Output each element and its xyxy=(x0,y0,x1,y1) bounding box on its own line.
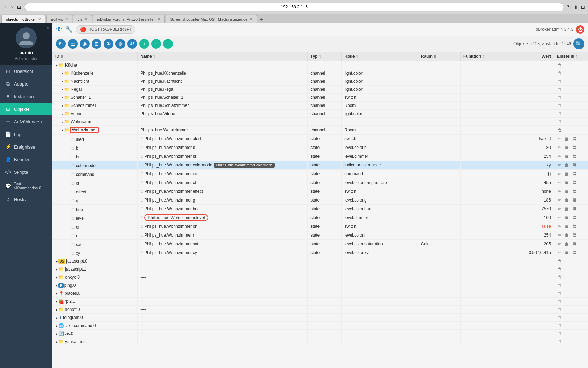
delete-action-button[interactable]: 🗑 xyxy=(557,282,563,288)
delete-action-button[interactable]: 🗑 xyxy=(557,307,563,312)
einstellu-column-header[interactable]: Einstellu ⇅ xyxy=(554,52,588,61)
delete-action-button[interactable]: 🗑 xyxy=(564,162,570,168)
edit-action-button[interactable]: ✏ xyxy=(557,232,562,238)
sidebar-item-skripte[interactable]: </> Skripte xyxy=(0,166,52,178)
delete-action-button[interactable]: 🗑 xyxy=(564,154,570,159)
tab-edit-vis[interactable]: Edit vis ✕ xyxy=(46,15,72,23)
close-icon[interactable]: ✕ xyxy=(85,17,88,21)
back-button[interactable]: ‹ xyxy=(3,4,8,11)
state-view-button[interactable]: ① xyxy=(104,39,113,49)
expand-icon[interactable]: ▸ xyxy=(62,80,63,83)
tab-objects-iobroker[interactable]: objects - ioBroker ✕ xyxy=(1,15,46,23)
edit-action-button[interactable]: ✏ xyxy=(557,145,562,150)
delete-action-button[interactable]: 🗑 xyxy=(564,180,570,185)
name-column-header[interactable]: Name ⇅ xyxy=(138,52,308,61)
edit-action-button[interactable]: ✏ xyxy=(557,180,562,185)
expand-icon[interactable]: ▸ xyxy=(62,112,63,116)
sidebar-item-log[interactable]: 📄 Log xyxy=(0,128,52,141)
sidebar-item-uebersicht[interactable]: ⊞ Übersicht xyxy=(0,65,52,77)
copy-action-button[interactable]: ⛓ xyxy=(571,241,578,247)
wert-column-header[interactable]: Wert xyxy=(503,52,554,61)
copy-action-button[interactable]: ⛓ xyxy=(571,145,578,150)
close-icon[interactable]: ✕ xyxy=(65,17,68,21)
expand-icon[interactable]: ▸ xyxy=(56,63,58,67)
tab-forum[interactable]: ioBroker Forum - Antwort erstellen ✕ xyxy=(93,15,165,23)
delete-action-button[interactable]: 🗑 xyxy=(557,119,563,124)
sidebar-item-benutzer[interactable]: 👤 Benutzer xyxy=(0,153,52,166)
delete-action-button[interactable]: 🗑 xyxy=(557,274,563,280)
delete-action-button[interactable]: 🗑 xyxy=(564,145,570,150)
delete-action-button[interactable]: 🗑 xyxy=(557,299,563,304)
expand-icon[interactable]: ▸ xyxy=(62,120,63,124)
sidebar-close-button[interactable]: ✕ xyxy=(46,25,50,31)
sidebar-item-adapter[interactable]: ⧉ Adapter xyxy=(0,77,52,90)
expand-icon[interactable]: ▸ xyxy=(56,308,58,312)
settings-button[interactable]: 🔧 xyxy=(65,26,73,33)
edit-action-button[interactable]: ✏ xyxy=(557,241,562,247)
delete-action-button[interactable]: 🗑 xyxy=(564,197,570,203)
edit-action-button[interactable]: ✏ xyxy=(557,154,562,159)
tab-vis[interactable]: vis ✕ xyxy=(73,15,92,23)
close-icon[interactable]: ✕ xyxy=(250,17,252,21)
edit-action-button[interactable]: ✏ xyxy=(557,136,562,142)
delete-action-button[interactable]: 🗑 xyxy=(564,215,570,220)
delete-action-button[interactable]: 🗑 xyxy=(564,136,570,142)
sidebar-item-aufzaehlungen[interactable]: ☰ Aufzählungen xyxy=(0,115,52,128)
close-icon[interactable]: ✕ xyxy=(38,17,41,21)
delete-action-button[interactable]: 🗑 xyxy=(557,315,563,320)
upload-button[interactable]: ↑ xyxy=(151,39,161,49)
expand-icon[interactable]: ▸ xyxy=(56,292,58,295)
expand-icon[interactable]: ▸ xyxy=(62,104,63,108)
expand-icon[interactable]: ▸ xyxy=(56,332,58,336)
copy-action-button[interactable]: ⛓ xyxy=(571,136,578,142)
expand-icon[interactable]: ▸ xyxy=(62,88,63,91)
edit-action-button[interactable]: ✏ xyxy=(557,162,562,168)
copy-action-button[interactable]: ⛓ xyxy=(571,171,578,177)
power-button[interactable]: ⏻ xyxy=(576,25,584,34)
forward-button[interactable]: › xyxy=(9,4,15,11)
id-column-header[interactable]: ID ⇅ xyxy=(52,52,138,61)
delete-action-button[interactable]: 🗑 xyxy=(564,206,570,212)
edit-action-button[interactable]: ✏ xyxy=(557,224,562,229)
copy-action-button[interactable]: ⛓ xyxy=(571,232,578,238)
delete-action-button[interactable]: 🗑 xyxy=(564,232,570,238)
download-button[interactable]: ↓ xyxy=(163,39,173,49)
address-bar[interactable] xyxy=(24,3,564,11)
delete-action-button[interactable]: 🗑 xyxy=(564,250,570,255)
copy-action-button[interactable]: ⛓ xyxy=(571,215,578,220)
device-view-button[interactable]: ⊡ xyxy=(92,39,102,49)
edit-action-button[interactable]: ✏ xyxy=(557,250,562,255)
delete-action-button[interactable]: 🗑 xyxy=(557,70,563,76)
close-icon[interactable]: ✕ xyxy=(158,17,160,21)
edit-action-button[interactable]: ✏ xyxy=(557,206,562,212)
expand-icon[interactable]: ▸ xyxy=(56,316,58,320)
expand-icon[interactable]: ▸ xyxy=(56,284,58,287)
channel-view-button[interactable]: ◉ xyxy=(80,39,90,49)
delete-action-button[interactable]: 🗑 xyxy=(557,79,563,84)
delete-action-button[interactable]: 🗑 xyxy=(564,171,570,177)
new-tab-button[interactable]: + xyxy=(258,16,265,23)
edit-action-button[interactable]: ✏ xyxy=(557,189,562,194)
delete-action-button[interactable]: 🗑 xyxy=(557,111,563,116)
copy-action-button[interactable]: ⛓ xyxy=(571,189,578,194)
delete-action-button[interactable]: 🗑 xyxy=(557,87,563,92)
copy-action-button[interactable]: ⛓ xyxy=(571,180,578,185)
delete-action-button[interactable]: 🗑 xyxy=(557,266,563,272)
expand-icon[interactable]: ▸ xyxy=(62,71,63,75)
edit-action-button[interactable]: ✏ xyxy=(557,197,562,203)
share-button[interactable]: ⬆ xyxy=(574,4,578,10)
copy-action-button[interactable]: ⛓ xyxy=(571,154,578,159)
tab-screenshot[interactable]: Screenshot unter Mac OS - MacEinsteiger.… xyxy=(166,15,257,23)
expand-icon[interactable]: ▸ xyxy=(56,259,58,263)
delete-action-button[interactable]: 🗑 xyxy=(557,62,563,68)
delete-action-button[interactable]: 🗑 xyxy=(564,189,570,194)
reload-button[interactable]: ↻ xyxy=(567,4,571,10)
delete-action-button[interactable]: 🗑 xyxy=(557,258,563,264)
edit-action-button[interactable]: ✏ xyxy=(557,171,562,177)
delete-action-button[interactable]: 🗑 xyxy=(557,331,563,336)
refresh-button[interactable]: ↻ xyxy=(56,39,66,49)
delete-action-button[interactable]: 🗑 xyxy=(557,127,563,133)
expand-icon[interactable]: ▸ xyxy=(56,324,58,328)
add-button[interactable]: + xyxy=(139,39,149,49)
expand-icon[interactable]: ▸ xyxy=(56,275,58,279)
